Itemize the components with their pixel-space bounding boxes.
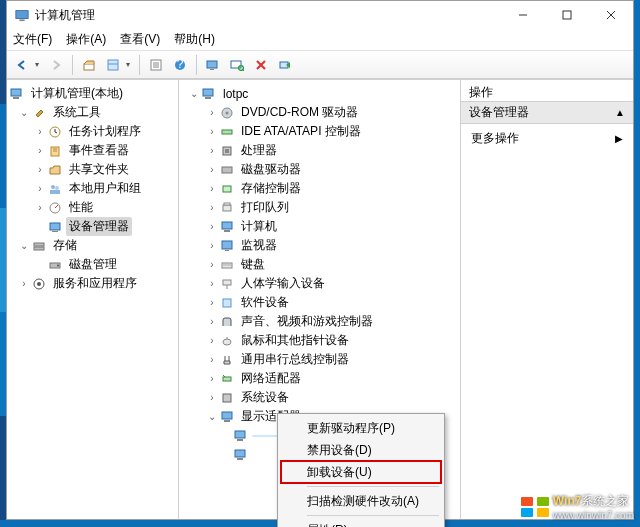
scope-systools[interactable]: 系统工具 bbox=[50, 103, 104, 122]
scope-item[interactable]: 磁盘管理 bbox=[66, 255, 120, 274]
device-category[interactable]: 计算机 bbox=[238, 217, 280, 236]
scope-storage[interactable]: 存储 bbox=[50, 236, 80, 255]
expander-icon[interactable]: › bbox=[205, 126, 219, 137]
expander-icon[interactable]: › bbox=[205, 278, 219, 289]
expander-icon[interactable]: › bbox=[205, 297, 219, 308]
device-category-icon bbox=[219, 106, 235, 120]
svg-text:?: ? bbox=[177, 59, 184, 71]
svg-rect-55 bbox=[224, 230, 230, 232]
view-button[interactable] bbox=[102, 54, 134, 76]
device-category[interactable]: 人体学输入设备 bbox=[238, 274, 328, 293]
expander-icon[interactable]: › bbox=[205, 183, 219, 194]
device-category[interactable]: 存储控制器 bbox=[238, 179, 304, 198]
device-category[interactable]: 监视器 bbox=[238, 236, 280, 255]
show-hidden-button[interactable] bbox=[202, 54, 224, 76]
expander-icon[interactable] bbox=[33, 221, 47, 232]
ctx-update-driver[interactable]: 更新驱动程序(P) bbox=[281, 417, 441, 439]
svg-rect-16 bbox=[210, 69, 214, 70]
actions-more[interactable]: 更多操作 ▶ bbox=[461, 124, 633, 153]
minimize-button[interactable] bbox=[501, 1, 545, 29]
up-button[interactable] bbox=[78, 54, 100, 76]
device-category[interactable]: 网络适配器 bbox=[238, 369, 304, 388]
svg-point-46 bbox=[226, 111, 229, 114]
device-category[interactable]: 软件设备 bbox=[238, 293, 292, 312]
close-button[interactable] bbox=[589, 1, 633, 29]
actions-selected[interactable]: 设备管理器 ▲ bbox=[461, 102, 633, 124]
expander-icon[interactable]: › bbox=[17, 278, 31, 289]
device-category[interactable]: IDE ATA/ATAPI 控制器 bbox=[238, 122, 364, 141]
ctx-uninstall-device[interactable]: 卸载设备(U) bbox=[281, 461, 441, 483]
svg-rect-73 bbox=[237, 458, 243, 460]
expander-icon[interactable]: › bbox=[205, 164, 219, 175]
expander-icon[interactable]: ⌄ bbox=[17, 240, 31, 251]
scope-item[interactable]: 本地用户和组 bbox=[66, 179, 144, 198]
expander-icon[interactable]: › bbox=[33, 126, 47, 137]
device-item[interactable] bbox=[252, 454, 258, 456]
scan-button[interactable] bbox=[226, 54, 248, 76]
scope-item[interactable]: 任务计划程序 bbox=[66, 122, 144, 141]
separator bbox=[307, 515, 439, 516]
device-category[interactable]: 声音、视频和游戏控制器 bbox=[238, 312, 376, 331]
device-category[interactable]: 通用串行总线控制器 bbox=[238, 350, 352, 369]
tree-icon bbox=[47, 220, 63, 234]
expander-icon[interactable]: › bbox=[205, 259, 219, 270]
expander-icon[interactable]: › bbox=[205, 202, 219, 213]
maximize-button[interactable] bbox=[545, 1, 589, 29]
menu-help[interactable]: 帮助(H) bbox=[174, 31, 215, 48]
device-category[interactable]: 磁盘驱动器 bbox=[238, 160, 304, 179]
svg-rect-3 bbox=[563, 11, 571, 19]
ctx-scan-hardware[interactable]: 扫描检测硬件改动(A) bbox=[281, 490, 441, 512]
ctx-properties[interactable]: 属性(R) bbox=[281, 519, 441, 527]
device-category[interactable]: 系统设备 bbox=[238, 388, 292, 407]
svg-rect-69 bbox=[224, 420, 230, 422]
expander-icon[interactable]: › bbox=[205, 240, 219, 251]
tree-icon bbox=[47, 125, 63, 139]
expander-icon[interactable]: › bbox=[33, 164, 47, 175]
tools-icon bbox=[31, 106, 47, 120]
scope-services[interactable]: 服务和应用程序 bbox=[50, 274, 140, 293]
forward-button[interactable] bbox=[45, 54, 67, 76]
expander-icon[interactable]: ⌄ bbox=[17, 107, 31, 118]
expander-icon[interactable]: › bbox=[205, 221, 219, 232]
expander-icon[interactable]: › bbox=[205, 316, 219, 327]
help-button[interactable]: ? bbox=[169, 54, 191, 76]
svg-rect-33 bbox=[50, 190, 60, 194]
svg-rect-72 bbox=[235, 450, 245, 457]
enable-button[interactable] bbox=[274, 54, 296, 76]
scope-pane[interactable]: 计算机管理(本地) ⌄ 系统工具 ›任务计划程序›事件查看器›共享文件夹›本地用… bbox=[7, 80, 179, 519]
device-category[interactable]: 鼠标和其他指针设备 bbox=[238, 331, 352, 350]
properties-button[interactable] bbox=[145, 54, 167, 76]
expander-icon[interactable]: › bbox=[205, 373, 219, 384]
expander-icon[interactable]: ⌄ bbox=[187, 88, 201, 99]
scope-item[interactable]: 共享文件夹 bbox=[66, 160, 132, 179]
menu-action[interactable]: 操作(A) bbox=[66, 31, 106, 48]
svg-rect-70 bbox=[235, 431, 245, 438]
device-category[interactable]: 打印队列 bbox=[238, 198, 292, 217]
expander-icon[interactable]: › bbox=[205, 392, 219, 403]
expander-icon[interactable]: ⌄ bbox=[205, 411, 219, 422]
device-category[interactable]: 处理器 bbox=[238, 141, 280, 160]
expander-icon[interactable]: › bbox=[205, 335, 219, 346]
menu-file[interactable]: 文件(F) bbox=[13, 31, 52, 48]
expander-icon[interactable]: › bbox=[205, 107, 219, 118]
scope-item[interactable]: 设备管理器 bbox=[66, 217, 132, 236]
device-category-icon bbox=[219, 315, 235, 329]
device-root[interactable]: lotpc bbox=[220, 86, 251, 102]
scope-root[interactable]: 计算机管理(本地) bbox=[28, 84, 126, 103]
device-category[interactable]: 键盘 bbox=[238, 255, 268, 274]
expander-icon[interactable]: › bbox=[33, 145, 47, 156]
expander-icon[interactable]: › bbox=[205, 354, 219, 365]
scope-item[interactable]: 事件查看器 bbox=[66, 141, 132, 160]
scope-item[interactable]: 性能 bbox=[66, 198, 96, 217]
expander-icon[interactable]: › bbox=[33, 183, 47, 194]
uninstall-button[interactable] bbox=[250, 54, 272, 76]
computer-icon bbox=[9, 87, 25, 101]
ctx-disable-device[interactable]: 禁用设备(D) bbox=[281, 439, 441, 461]
device-category-icon bbox=[219, 220, 235, 234]
expander-icon[interactable]: › bbox=[33, 202, 47, 213]
svg-rect-54 bbox=[222, 222, 232, 229]
expander-icon[interactable]: › bbox=[205, 145, 219, 156]
back-button[interactable] bbox=[11, 54, 43, 76]
menu-view[interactable]: 查看(V) bbox=[120, 31, 160, 48]
device-category[interactable]: DVD/CD-ROM 驱动器 bbox=[238, 103, 361, 122]
